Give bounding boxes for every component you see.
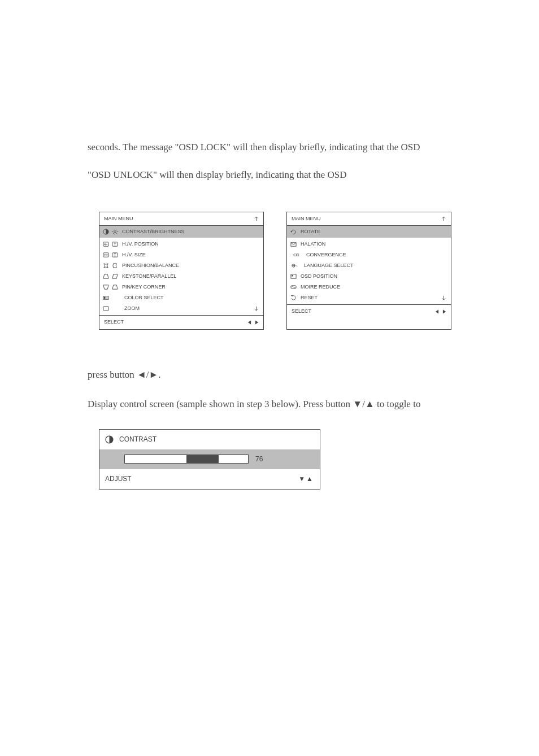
osd-row-color-select[interactable]: COLOR SELECT [102, 292, 259, 303]
osd-row-halation[interactable]: HALATION [289, 239, 446, 250]
osd-row-pinkey-corner[interactable]: PIN/KEY CORNER [102, 282, 259, 292]
svg-line-7 [116, 233, 116, 234]
svg-rect-16 [105, 297, 106, 299]
control-title-label: CONTRAST [119, 433, 157, 446]
zoom-icon [102, 305, 110, 312]
osd-position-icon [289, 273, 297, 280]
color-select-icon [102, 295, 110, 301]
svg-rect-23 [294, 254, 296, 256]
v-size-icon [111, 251, 119, 258]
rotate-icon [289, 228, 297, 235]
osd-row-osd-position[interactable]: OSD POSITION [289, 271, 446, 282]
halation-icon [289, 241, 297, 247]
osd-panel-1-highlight-row[interactable]: CONTRAST/BRIGHTNESS [99, 226, 263, 238]
convergence-icon [289, 251, 303, 258]
svg-rect-28 [292, 275, 293, 276]
scroll-up-icon [441, 216, 446, 221]
svg-marker-20 [255, 320, 258, 324]
osd-row-convergence[interactable]: CONVERGENCE [289, 250, 446, 260]
osd-panel-2-highlight-row[interactable]: ROTATE [287, 226, 451, 238]
scroll-down-icon [441, 295, 446, 300]
body-paragraph-osd-lock: seconds. The message "OSD LOCK" will the… [88, 138, 451, 156]
osd-panel-2-highlight-label: ROTATE [301, 227, 446, 237]
svg-rect-17 [106, 297, 107, 299]
svg-line-6 [112, 230, 113, 230]
body-paragraph-osd-unlock: "OSD UNLOCK" will then display briefly, … [88, 166, 451, 184]
moire-icon [289, 284, 297, 291]
down-triangle-icon [353, 399, 362, 409]
reset-icon [289, 295, 297, 301]
svg-marker-31 [436, 309, 438, 313]
osd-row-keystone[interactable]: KEYSTONE/PARALLEL [102, 271, 259, 282]
h-position-icon [102, 241, 110, 247]
osd-panel-1-footer-label: SELECT [104, 317, 124, 327]
osd-panel-1: MAIN MENU CONTRAST/BRIGHTNESS [99, 212, 264, 330]
svg-rect-24 [297, 254, 299, 256]
slider-track[interactable] [124, 455, 249, 464]
key-corner-icon [111, 284, 119, 291]
osd-panel-2-title: MAIN MENU [292, 214, 321, 224]
language-icon [289, 263, 301, 269]
balance-icon [111, 263, 119, 269]
svg-line-9 [116, 230, 116, 230]
svg-point-1 [114, 230, 116, 233]
up-triangle-icon [365, 399, 375, 409]
right-triangle-icon [149, 369, 158, 380]
scroll-down-icon [254, 306, 259, 311]
step-press-button-line: press button /. [88, 366, 451, 384]
slider-fill [186, 455, 219, 463]
osd-row-hv-position[interactable]: H./V. POSITION [102, 239, 259, 250]
control-screen-panel: CONTRAST 76 ADJUST ▼▲ [99, 429, 320, 489]
osd-row-reset[interactable]: RESET [289, 292, 446, 303]
scroll-up-icon [254, 216, 259, 221]
select-arrows-icon [247, 320, 259, 325]
pin-corner-icon [102, 284, 110, 291]
control-slider-row[interactable]: 76 [99, 449, 320, 469]
osd-row-moire[interactable]: MOIRE REDUCE [289, 282, 446, 292]
brightness-icon [111, 228, 119, 235]
contrast-icon [105, 435, 114, 444]
svg-marker-21 [290, 231, 293, 232]
svg-marker-19 [248, 320, 251, 324]
osd-panel-1-title: MAIN MENU [104, 214, 133, 224]
pincushion-icon [102, 263, 110, 269]
control-footer-label: ADJUST [105, 473, 132, 486]
h-size-icon [102, 251, 110, 258]
osd-panel-1-highlight-label: CONTRAST/BRIGHTNESS [122, 227, 259, 237]
contrast-icon [102, 228, 110, 235]
adjust-arrows-icon: ▼▲ [298, 473, 314, 486]
osd-row-zoom[interactable]: ZOOM [102, 303, 259, 314]
parallel-icon [111, 273, 119, 280]
select-arrows-icon [435, 309, 446, 314]
v-position-icon [111, 241, 119, 247]
osd-row-pincushion[interactable]: PINCUSHION/BALANCE [102, 260, 259, 271]
svg-rect-18 [103, 307, 108, 311]
control-value: 76 [255, 453, 263, 466]
osd-panel-2-footer-label: SELECT [292, 307, 311, 316]
left-triangle-icon [137, 369, 146, 380]
keystone-icon [102, 273, 110, 280]
svg-rect-15 [103, 297, 105, 299]
osd-panels-container: MAIN MENU CONTRAST/BRIGHTNESS [99, 212, 451, 330]
svg-marker-32 [443, 309, 446, 313]
svg-line-8 [112, 233, 113, 234]
osd-row-hv-size[interactable]: H./V. SIZE [102, 250, 259, 260]
osd-row-language[interactable]: LANGUAGE SELECT [289, 260, 446, 271]
step-display-line: Display control screen (sample shown in … [88, 395, 451, 413]
osd-panel-2: MAIN MENU ROTATE HALATION CONVERGENCE [286, 212, 451, 330]
